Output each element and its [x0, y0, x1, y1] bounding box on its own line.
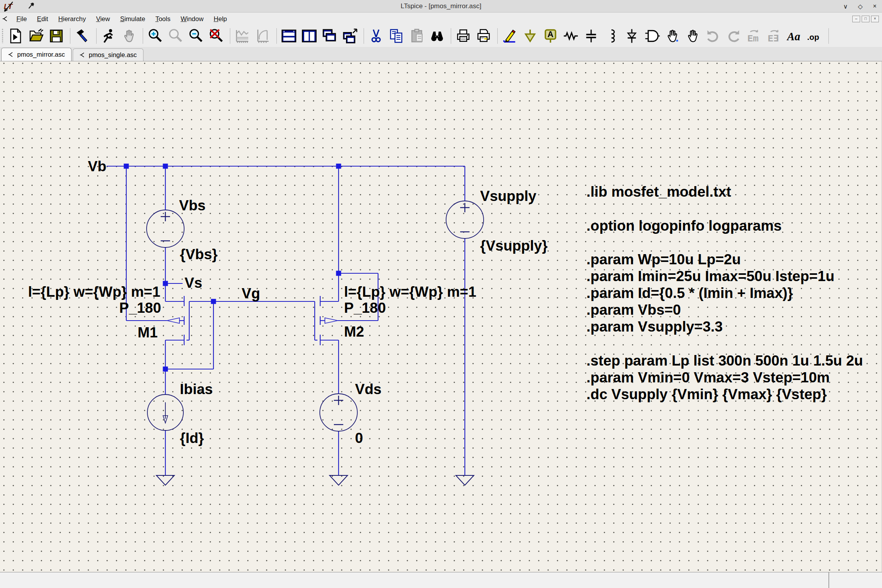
ground-symbol	[456, 475, 474, 485]
menu-help[interactable]: Help	[209, 14, 232, 24]
mosfet-name-m1: M1	[138, 324, 158, 341]
menu-window[interactable]: Window	[176, 14, 209, 24]
move-tool-icon[interactable]	[664, 27, 683, 45]
schematic-drawing: VbVbs{Vbs}VsVgl={Lp} w={Wp} m=1P_180M1l=…	[0, 61, 882, 572]
window-controls: ∨◇×	[843, 0, 877, 13]
mirror-tool-icon[interactable]: Em	[745, 27, 764, 45]
find-icon[interactable]	[428, 27, 447, 45]
spice-directive-icon[interactable]: .op	[806, 27, 825, 45]
minimize-button[interactable]: ∨	[843, 3, 848, 10]
current-source-ibias[interactable]	[147, 394, 183, 430]
capacitor-tool-icon[interactable]	[583, 27, 601, 45]
tile-horizontal-icon[interactable]	[280, 27, 299, 45]
tabbar: pmos_mirror.ascpmos_single.asc	[0, 47, 882, 61]
ltspice-window: LT LTspice - [pmos_mirror.asc] ∨◇× FileE…	[0, 0, 882, 588]
menu-hierarchy[interactable]: Hierarchy	[53, 14, 91, 24]
inductor-tool-icon[interactable]	[603, 27, 622, 45]
net-label-vs: Vs	[185, 275, 202, 291]
spice-directive-text: .option logopinfo logparams	[586, 218, 782, 234]
plot-settings-icon[interactable]	[254, 27, 273, 45]
svg-text:Aa: Aa	[787, 30, 800, 43]
source-name-ibias: Ibias	[180, 381, 213, 397]
menu-edit[interactable]: Edit	[32, 14, 53, 24]
mosfet-name-m2: M2	[344, 324, 364, 340]
maximize-button[interactable]: ◇	[858, 3, 862, 10]
redo-icon[interactable]	[725, 27, 744, 45]
halt-icon[interactable]	[120, 27, 139, 45]
component-tool-icon[interactable]	[644, 27, 662, 45]
spice-directive-text: .param Wp=10u Lp=2u	[586, 251, 741, 267]
spice-directive-text: .param Vbs=0	[586, 302, 681, 318]
source-name-vbs: Vbs	[179, 197, 206, 213]
titlebar: LT LTspice - [pmos_mirror.asc] ∨◇×	[0, 0, 882, 13]
copy-icon[interactable]	[388, 27, 407, 45]
ground-symbol	[330, 475, 348, 485]
diode-tool-icon[interactable]	[623, 27, 642, 45]
child-minimize-button[interactable]: –	[852, 16, 860, 22]
svg-text:Em: Em	[748, 34, 759, 44]
waveform-pane-icon[interactable]	[234, 27, 253, 45]
zoom-out-icon[interactable]	[187, 27, 206, 45]
zoom-full-extents-icon[interactable]	[208, 27, 226, 45]
horizontal-scrollbar[interactable]	[0, 572, 882, 588]
tab-pmos_mirror-asc[interactable]: pmos_mirror.asc	[1, 48, 72, 61]
mosfet-model-m2: P_180	[344, 300, 386, 316]
spice-directive-text: .param Id={0.5 * (Imin + Imax)}	[586, 285, 793, 301]
menu-file[interactable]: File	[11, 14, 32, 24]
spice-directive-text: .lib mosfet_model.txt	[586, 184, 731, 200]
toolbar-separator	[230, 28, 230, 44]
spice-directive-text: .param Imin=25u Imax=50u Istep=1u	[586, 268, 834, 284]
voltage-source-vds[interactable]	[320, 394, 357, 431]
close-button[interactable]: ×	[873, 3, 877, 10]
new-schematic-icon[interactable]	[7, 27, 26, 45]
toolbar-separator	[96, 28, 97, 44]
tab-pmos_single-asc[interactable]: pmos_single.asc	[73, 48, 143, 61]
paste-icon[interactable]	[408, 27, 427, 45]
zoom-back-icon[interactable]	[167, 27, 186, 45]
arrange-icons-icon[interactable]	[341, 27, 360, 45]
open-icon[interactable]	[27, 27, 46, 45]
ground-tool-icon[interactable]	[522, 27, 540, 45]
print-icon[interactable]	[455, 27, 473, 45]
schematic-canvas[interactable]: VbVbs{Vbs}VsVgl={Lp} w={Wp} m=1P_180M1l=…	[0, 61, 882, 572]
child-restore-button[interactable]: □	[862, 16, 869, 22]
spice-directive-text: .param Vsupply=3.3	[586, 319, 723, 335]
tile-vertical-icon[interactable]	[301, 27, 319, 45]
undo-icon[interactable]	[705, 27, 723, 45]
mdi-child-controls: –□×	[852, 16, 879, 22]
zoom-in-icon[interactable]	[147, 27, 165, 45]
source-value-vbs: {Vbs}	[180, 246, 218, 262]
toolbar: AEmE∃Aa.op	[0, 25, 882, 47]
menu-simulate[interactable]: Simulate	[115, 14, 150, 24]
resistor-tool-icon[interactable]	[562, 27, 581, 45]
wire-junction	[163, 281, 168, 286]
pmos-bulk-arrow-icon	[167, 318, 179, 323]
run-icon[interactable]	[100, 27, 119, 45]
wire-junction	[336, 271, 341, 276]
source-value-ibias: {Id}	[180, 430, 204, 446]
mosfet-params-m2: l={Lp} w={Wp} m=1	[344, 284, 476, 300]
control-panel-icon[interactable]	[74, 27, 93, 45]
save-icon[interactable]	[48, 27, 66, 45]
wire-junction	[163, 164, 168, 169]
child-close-button[interactable]: ×	[871, 16, 879, 22]
drag-tool-icon[interactable]	[684, 27, 703, 45]
toolbar-separator	[70, 28, 70, 44]
print-setup-icon[interactable]	[475, 27, 494, 45]
menu-view[interactable]: View	[91, 14, 115, 24]
menu-tools[interactable]: Tools	[150, 14, 176, 24]
voltage-source-vsupply[interactable]	[446, 201, 484, 238]
cut-icon[interactable]	[368, 27, 386, 45]
wire-tool-icon[interactable]	[501, 27, 520, 45]
net-label-tool-icon[interactable]: A	[542, 27, 561, 45]
net-label-vb: Vb	[88, 158, 106, 174]
wire-junction	[124, 164, 129, 169]
text-tool-icon[interactable]: Aa	[786, 27, 805, 45]
rotate-tool-icon[interactable]: E∃	[765, 27, 784, 45]
svg-text:A: A	[547, 30, 553, 39]
cascade-windows-icon[interactable]	[321, 27, 340, 45]
source-value-vds: 0	[355, 430, 363, 446]
schematic-file-icon	[8, 51, 14, 58]
voltage-source-vbs[interactable]	[147, 210, 184, 247]
toolbar-separator	[451, 28, 451, 44]
